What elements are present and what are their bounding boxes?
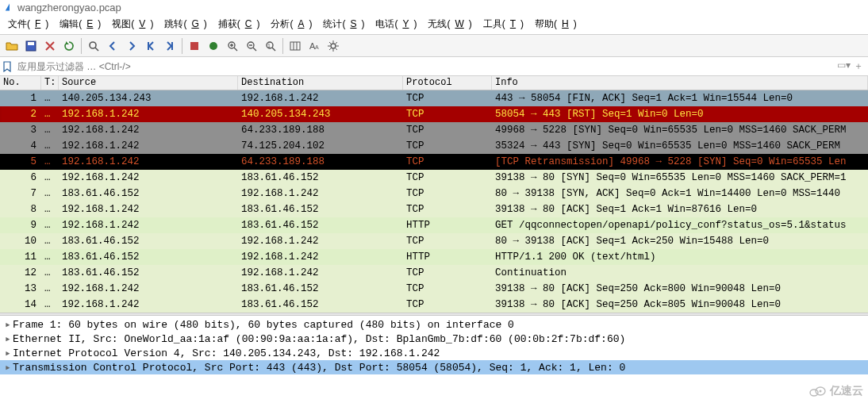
cell-t: …: [41, 93, 59, 104]
col-header-no[interactable]: No.: [0, 76, 41, 90]
table-row[interactable]: 10…183.61.46.152192.168.1.242TCP80 → 391…: [0, 233, 868, 249]
cell-no: 4: [0, 140, 41, 152]
cell-t: …: [41, 299, 59, 310]
zoom-out-icon[interactable]: [243, 37, 260, 55]
display-filter-input[interactable]: [14, 59, 832, 74]
col-header-proto[interactable]: Protocol: [403, 76, 492, 90]
cell-proto: HTTP: [403, 220, 492, 231]
forward-icon[interactable]: [123, 37, 140, 55]
cell-src: 183.61.46.152: [59, 188, 238, 199]
table-row[interactable]: 7…183.61.46.152192.168.1.242TCP80 → 3913…: [0, 186, 868, 202]
cell-src: 192.168.1.242: [59, 220, 238, 231]
table-row[interactable]: 1…140.205.134.243192.168.1.242TCP443 → 5…: [0, 90, 868, 106]
menu-item[interactable]: 无线(W): [423, 16, 476, 33]
cell-dst: 192.168.1.242: [238, 251, 403, 263]
expand-icon[interactable]: ▸: [3, 361, 13, 374]
cell-dst: 192.168.1.242: [238, 267, 403, 278]
col-header-source[interactable]: Source: [59, 76, 238, 90]
cell-no: 13: [0, 283, 41, 294]
table-row[interactable]: 5…192.168.1.24264.233.189.188TCP[TCP Ret…: [0, 154, 868, 170]
cell-dst: 183.61.46.152: [238, 204, 403, 215]
cell-src: 183.61.46.152: [59, 267, 238, 278]
cell-no: 6: [0, 172, 41, 183]
table-row[interactable]: 9…192.168.1.242183.61.46.152HTTPGET /qqc…: [0, 217, 868, 233]
menu-item[interactable]: 帮助(H): [530, 16, 582, 33]
expand-icon[interactable]: ▸: [3, 332, 13, 345]
filter-apply-icon[interactable]: ＋: [854, 59, 863, 73]
table-row[interactable]: 2…192.168.1.242140.205.134.243TCP58054 →…: [0, 106, 868, 122]
stop-icon[interactable]: [186, 37, 203, 55]
menu-item[interactable]: 跳转(G): [159, 16, 211, 33]
table-row[interactable]: 3…192.168.1.24264.233.189.188TCP49968 → …: [0, 122, 868, 138]
table-row[interactable]: 14…192.168.1.242183.61.46.152TCP39138 → …: [0, 297, 868, 313]
table-row[interactable]: 4…192.168.1.24274.125.204.102TCP35324 → …: [0, 138, 868, 154]
menu-item[interactable]: 分析(A): [266, 16, 317, 33]
menu-bar: 文件(F)编辑(E)视图(V)跳转(G)捕获(C)分析(A)统计(S)电话(Y)…: [0, 14, 868, 35]
folder-open-icon[interactable]: [3, 37, 21, 55]
cell-proto: TCP: [403, 236, 492, 247]
close-icon[interactable]: [41, 37, 59, 55]
save-icon[interactable]: [22, 37, 40, 55]
cell-t: …: [41, 125, 59, 136]
cell-src: 183.61.46.152: [59, 236, 238, 247]
col-header-dest[interactable]: Destination: [238, 76, 403, 90]
packet-list-header: No. T: Source Destination Protocol Info: [0, 76, 868, 90]
svg-point-2: [90, 42, 96, 48]
cell-t: …: [41, 251, 59, 263]
table-row[interactable]: 8…192.168.1.242183.61.46.152TCP39138 → 8…: [0, 202, 868, 217]
back-icon[interactable]: [104, 37, 121, 55]
columns-icon[interactable]: [286, 37, 304, 55]
zoom-in-icon[interactable]: [224, 37, 241, 55]
cell-info: 39138 → 80 [ACK] Seq=250 Ack=805 Win=900…: [492, 299, 868, 310]
skip-forward-icon[interactable]: [161, 37, 179, 55]
cell-dst: 192.168.1.242: [238, 93, 403, 104]
record-icon[interactable]: [205, 37, 222, 55]
menu-item[interactable]: 视图(V): [107, 16, 158, 33]
cell-proto: TCP: [403, 156, 492, 167]
table-row[interactable]: 13…192.168.1.242183.61.46.152TCP39138 → …: [0, 281, 868, 297]
expand-icon[interactable]: ▸: [3, 347, 13, 359]
settings-icon[interactable]: [325, 37, 342, 55]
skip-back-icon[interactable]: [142, 37, 159, 55]
cell-t: …: [41, 204, 59, 215]
detail-row[interactable]: ▸Ethernet II, Src: OneWorld_aa:1a:af (00…: [0, 332, 868, 346]
cell-t: …: [41, 156, 59, 167]
table-row[interactable]: 11…183.61.46.152192.168.1.242HTTPHTTP/1.…: [0, 249, 868, 265]
col-header-time[interactable]: T:: [41, 76, 59, 90]
cell-proto: TCP: [403, 267, 492, 278]
cell-info: GET /qqconnectopen/openapi/policy_conf?s…: [492, 220, 868, 231]
col-header-info[interactable]: Info: [492, 76, 868, 90]
detail-text: Ethernet II, Src: OneWorld_aa:1a:af (00:…: [13, 333, 625, 345]
detail-row[interactable]: ▸Frame 1: 60 bytes on wire (480 bits), 6…: [0, 317, 868, 332]
cell-src: 192.168.1.242: [59, 283, 238, 294]
text-size-icon[interactable]: AA: [305, 37, 323, 55]
bookmark-icon[interactable]: [0, 61, 14, 72]
menu-item[interactable]: 编辑(E): [55, 16, 106, 33]
detail-text: Transmission Control Protocol, Src Port:…: [13, 362, 625, 374]
table-row[interactable]: 12…183.61.46.152192.168.1.242TCPContinua…: [0, 265, 868, 281]
cell-t: …: [41, 109, 59, 120]
cell-proto: TCP: [403, 204, 492, 215]
cell-info: [TCP Retransmission] 49968 → 5228 [SYN] …: [492, 156, 868, 167]
table-row[interactable]: 6…192.168.1.242183.61.46.152TCP39138 → 8…: [0, 170, 868, 186]
zoom-fit-icon[interactable]: 1: [262, 37, 279, 55]
expand-icon[interactable]: ▸: [3, 318, 13, 331]
detail-row[interactable]: ▸Internet Protocol Version 4, Src: 140.2…: [0, 346, 868, 360]
menu-item[interactable]: 统计(S): [318, 16, 369, 33]
cell-dst: 183.61.46.152: [238, 283, 403, 294]
menu-item[interactable]: 工具(T): [478, 16, 528, 33]
menu-item[interactable]: 电话(Y): [371, 16, 421, 33]
filter-expression-icon[interactable]: ▭▾: [837, 59, 851, 73]
detail-row[interactable]: ▸Transmission Control Protocol, Src Port…: [0, 360, 868, 374]
search-icon[interactable]: [85, 37, 102, 55]
cell-dst: 64.233.189.188: [238, 125, 403, 136]
cell-info: 80 → 39138 [SYN, ACK] Seq=0 Ack=1 Win=14…: [492, 188, 868, 199]
svg-rect-9: [290, 42, 300, 50]
packet-details: ▸Frame 1: 60 bytes on wire (480 bits), 6…: [0, 316, 868, 376]
window-title: wangzherongyao.pcap: [17, 2, 121, 13]
cell-src: 192.168.1.242: [59, 140, 238, 152]
menu-item[interactable]: 文件(F): [3, 16, 53, 33]
reload-icon[interactable]: [60, 37, 78, 55]
menu-item[interactable]: 捕获(C): [213, 16, 265, 33]
svg-point-4: [209, 42, 217, 50]
